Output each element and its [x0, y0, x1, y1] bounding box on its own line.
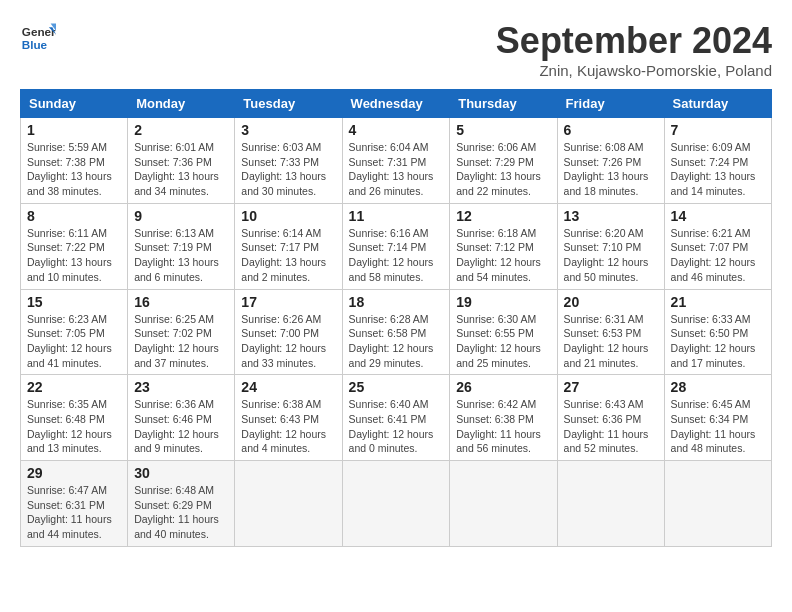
- day-number: 10: [241, 208, 335, 224]
- day-detail: Sunrise: 6:13 AMSunset: 7:19 PMDaylight:…: [134, 226, 228, 285]
- calendar-table: SundayMondayTuesdayWednesdayThursdayFrid…: [20, 89, 772, 547]
- day-number: 1: [27, 122, 121, 138]
- weekday-header-wednesday: Wednesday: [342, 90, 450, 118]
- calendar-cell: 9Sunrise: 6:13 AMSunset: 7:19 PMDaylight…: [128, 203, 235, 289]
- page-header: General Blue September 2024 Znin, Kujaws…: [20, 20, 772, 79]
- day-number: 17: [241, 294, 335, 310]
- day-detail: Sunrise: 6:36 AMSunset: 6:46 PMDaylight:…: [134, 397, 228, 456]
- day-number: 3: [241, 122, 335, 138]
- day-number: 22: [27, 379, 121, 395]
- day-number: 2: [134, 122, 228, 138]
- weekday-header-thursday: Thursday: [450, 90, 557, 118]
- day-number: 9: [134, 208, 228, 224]
- day-detail: Sunrise: 6:35 AMSunset: 6:48 PMDaylight:…: [27, 397, 121, 456]
- day-detail: Sunrise: 6:43 AMSunset: 6:36 PMDaylight:…: [564, 397, 658, 456]
- day-detail: Sunrise: 6:45 AMSunset: 6:34 PMDaylight:…: [671, 397, 765, 456]
- day-number: 23: [134, 379, 228, 395]
- calendar-cell: 12Sunrise: 6:18 AMSunset: 7:12 PMDayligh…: [450, 203, 557, 289]
- week-row-2: 8Sunrise: 6:11 AMSunset: 7:22 PMDaylight…: [21, 203, 772, 289]
- day-number: 12: [456, 208, 550, 224]
- week-row-5: 29Sunrise: 6:47 AMSunset: 6:31 PMDayligh…: [21, 461, 772, 547]
- day-detail: Sunrise: 6:18 AMSunset: 7:12 PMDaylight:…: [456, 226, 550, 285]
- day-detail: Sunrise: 6:33 AMSunset: 6:50 PMDaylight:…: [671, 312, 765, 371]
- day-detail: Sunrise: 6:20 AMSunset: 7:10 PMDaylight:…: [564, 226, 658, 285]
- day-detail: Sunrise: 6:14 AMSunset: 7:17 PMDaylight:…: [241, 226, 335, 285]
- day-detail: Sunrise: 6:11 AMSunset: 7:22 PMDaylight:…: [27, 226, 121, 285]
- day-number: 26: [456, 379, 550, 395]
- day-detail: Sunrise: 6:09 AMSunset: 7:24 PMDaylight:…: [671, 140, 765, 199]
- day-number: 18: [349, 294, 444, 310]
- calendar-cell: 7Sunrise: 6:09 AMSunset: 7:24 PMDaylight…: [664, 118, 771, 204]
- day-number: 14: [671, 208, 765, 224]
- calendar-cell: 24Sunrise: 6:38 AMSunset: 6:43 PMDayligh…: [235, 375, 342, 461]
- day-number: 28: [671, 379, 765, 395]
- calendar-cell: 20Sunrise: 6:31 AMSunset: 6:53 PMDayligh…: [557, 289, 664, 375]
- calendar-cell: 21Sunrise: 6:33 AMSunset: 6:50 PMDayligh…: [664, 289, 771, 375]
- day-detail: Sunrise: 6:26 AMSunset: 7:00 PMDaylight:…: [241, 312, 335, 371]
- calendar-cell: [664, 461, 771, 547]
- calendar-cell: 26Sunrise: 6:42 AMSunset: 6:38 PMDayligh…: [450, 375, 557, 461]
- day-detail: Sunrise: 5:59 AMSunset: 7:38 PMDaylight:…: [27, 140, 121, 199]
- day-number: 25: [349, 379, 444, 395]
- calendar-cell: 28Sunrise: 6:45 AMSunset: 6:34 PMDayligh…: [664, 375, 771, 461]
- day-detail: Sunrise: 6:21 AMSunset: 7:07 PMDaylight:…: [671, 226, 765, 285]
- calendar-cell: 4Sunrise: 6:04 AMSunset: 7:31 PMDaylight…: [342, 118, 450, 204]
- day-detail: Sunrise: 6:01 AMSunset: 7:36 PMDaylight:…: [134, 140, 228, 199]
- svg-text:General: General: [22, 25, 56, 38]
- day-number: 30: [134, 465, 228, 481]
- day-number: 20: [564, 294, 658, 310]
- calendar-cell: [235, 461, 342, 547]
- day-number: 16: [134, 294, 228, 310]
- day-detail: Sunrise: 6:23 AMSunset: 7:05 PMDaylight:…: [27, 312, 121, 371]
- calendar-cell: [450, 461, 557, 547]
- day-number: 4: [349, 122, 444, 138]
- day-detail: Sunrise: 6:28 AMSunset: 6:58 PMDaylight:…: [349, 312, 444, 371]
- day-number: 8: [27, 208, 121, 224]
- day-detail: Sunrise: 6:04 AMSunset: 7:31 PMDaylight:…: [349, 140, 444, 199]
- weekday-header-friday: Friday: [557, 90, 664, 118]
- day-number: 29: [27, 465, 121, 481]
- calendar-cell: 8Sunrise: 6:11 AMSunset: 7:22 PMDaylight…: [21, 203, 128, 289]
- calendar-cell: [342, 461, 450, 547]
- month-title: September 2024: [496, 20, 772, 62]
- calendar-cell: 1Sunrise: 5:59 AMSunset: 7:38 PMDaylight…: [21, 118, 128, 204]
- day-detail: Sunrise: 6:06 AMSunset: 7:29 PMDaylight:…: [456, 140, 550, 199]
- day-number: 6: [564, 122, 658, 138]
- day-number: 13: [564, 208, 658, 224]
- calendar-cell: 15Sunrise: 6:23 AMSunset: 7:05 PMDayligh…: [21, 289, 128, 375]
- day-detail: Sunrise: 6:25 AMSunset: 7:02 PMDaylight:…: [134, 312, 228, 371]
- weekday-header-sunday: Sunday: [21, 90, 128, 118]
- logo-icon: General Blue: [20, 20, 56, 56]
- calendar-cell: 5Sunrise: 6:06 AMSunset: 7:29 PMDaylight…: [450, 118, 557, 204]
- week-row-3: 15Sunrise: 6:23 AMSunset: 7:05 PMDayligh…: [21, 289, 772, 375]
- week-row-4: 22Sunrise: 6:35 AMSunset: 6:48 PMDayligh…: [21, 375, 772, 461]
- calendar-cell: 6Sunrise: 6:08 AMSunset: 7:26 PMDaylight…: [557, 118, 664, 204]
- calendar-cell: 14Sunrise: 6:21 AMSunset: 7:07 PMDayligh…: [664, 203, 771, 289]
- calendar-cell: [557, 461, 664, 547]
- day-detail: Sunrise: 6:30 AMSunset: 6:55 PMDaylight:…: [456, 312, 550, 371]
- day-detail: Sunrise: 6:47 AMSunset: 6:31 PMDaylight:…: [27, 483, 121, 542]
- day-number: 11: [349, 208, 444, 224]
- day-detail: Sunrise: 6:38 AMSunset: 6:43 PMDaylight:…: [241, 397, 335, 456]
- title-block: September 2024 Znin, Kujawsko-Pomorskie,…: [496, 20, 772, 79]
- day-detail: Sunrise: 6:16 AMSunset: 7:14 PMDaylight:…: [349, 226, 444, 285]
- calendar-cell: 10Sunrise: 6:14 AMSunset: 7:17 PMDayligh…: [235, 203, 342, 289]
- day-number: 15: [27, 294, 121, 310]
- weekday-header-monday: Monday: [128, 90, 235, 118]
- calendar-cell: 2Sunrise: 6:01 AMSunset: 7:36 PMDaylight…: [128, 118, 235, 204]
- day-number: 27: [564, 379, 658, 395]
- weekday-header-row: SundayMondayTuesdayWednesdayThursdayFrid…: [21, 90, 772, 118]
- day-number: 19: [456, 294, 550, 310]
- weekday-header-saturday: Saturday: [664, 90, 771, 118]
- calendar-cell: 3Sunrise: 6:03 AMSunset: 7:33 PMDaylight…: [235, 118, 342, 204]
- day-detail: Sunrise: 6:40 AMSunset: 6:41 PMDaylight:…: [349, 397, 444, 456]
- calendar-cell: 30Sunrise: 6:48 AMSunset: 6:29 PMDayligh…: [128, 461, 235, 547]
- day-detail: Sunrise: 6:42 AMSunset: 6:38 PMDaylight:…: [456, 397, 550, 456]
- calendar-cell: 16Sunrise: 6:25 AMSunset: 7:02 PMDayligh…: [128, 289, 235, 375]
- calendar-cell: 13Sunrise: 6:20 AMSunset: 7:10 PMDayligh…: [557, 203, 664, 289]
- svg-text:Blue: Blue: [22, 38, 48, 51]
- calendar-cell: 17Sunrise: 6:26 AMSunset: 7:00 PMDayligh…: [235, 289, 342, 375]
- calendar-cell: 29Sunrise: 6:47 AMSunset: 6:31 PMDayligh…: [21, 461, 128, 547]
- calendar-cell: 22Sunrise: 6:35 AMSunset: 6:48 PMDayligh…: [21, 375, 128, 461]
- day-detail: Sunrise: 6:48 AMSunset: 6:29 PMDaylight:…: [134, 483, 228, 542]
